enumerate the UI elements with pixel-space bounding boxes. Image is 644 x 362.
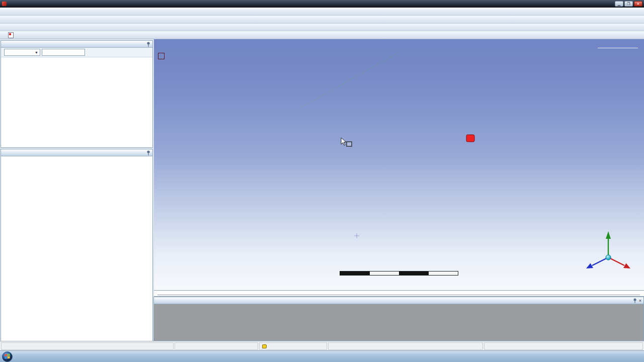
z-axis-arrow[interactable] — [586, 263, 593, 269]
messages-body[interactable] — [154, 311, 643, 341]
outline-tree — [1, 58, 152, 147]
status-cell-empty-2 — [175, 342, 258, 350]
details-panel — [1, 149, 153, 362]
pin-icon[interactable] — [146, 150, 150, 155]
named-selection-icon — [8, 32, 14, 38]
legend-entry — [158, 53, 168, 59]
start-button[interactable] — [2, 351, 13, 362]
named-selection-button[interactable] — [7, 32, 17, 39]
edge-highlight — [301, 52, 399, 108]
details-header — [1, 149, 152, 156]
mouse-cursor — [341, 138, 352, 146]
app-icon — [2, 2, 7, 6]
pin-icon[interactable] — [146, 42, 150, 47]
ansys-logo — [598, 47, 638, 49]
chevron-down-icon: ▼ — [35, 51, 38, 54]
orientation-triad[interactable] — [579, 224, 644, 287]
left-panel: ▼ — [0, 39, 153, 341]
message-bubble-icon — [262, 344, 267, 348]
status-selection — [328, 342, 483, 350]
geometry-viewport[interactable] — [154, 39, 644, 290]
rotation-center-cross — [354, 233, 359, 238]
menu-bar — [0, 8, 644, 16]
status-units — [484, 342, 643, 350]
triad-center[interactable] — [606, 255, 611, 260]
outline-header — [1, 41, 152, 48]
display-toolbar — [0, 16, 644, 24]
outline-filter-row: ▼ — [1, 48, 152, 57]
named-selection-toolbar — [0, 31, 644, 39]
edge-toolbar — [0, 24, 644, 31]
viewport-tab-bar — [154, 290, 644, 297]
status-messages[interactable] — [259, 342, 327, 350]
outline-panel: ▼ — [1, 40, 153, 148]
messages-column-headers — [154, 304, 643, 311]
messages-panel: × — [153, 297, 644, 341]
filter-text-input[interactable] — [42, 49, 85, 56]
x-axis-arrow[interactable] — [623, 263, 630, 269]
close-icon[interactable]: × — [639, 298, 641, 303]
title-bar: ▁ ❐ ✕ — [0, 0, 644, 8]
restore-button[interactable]: ❐ — [624, 1, 633, 7]
messages-header-buttons: × — [633, 298, 641, 303]
y-axis-arrow[interactable] — [606, 231, 611, 239]
filter-mode-select[interactable]: ▼ — [4, 49, 40, 56]
windows-taskbar — [0, 350, 644, 362]
model-cube[interactable] — [154, 39, 644, 290]
pin-icon[interactable] — [633, 298, 637, 303]
status-cell-empty-1 — [1, 342, 174, 350]
close-button[interactable]: ✕ — [634, 1, 642, 7]
minimize-button[interactable]: ▁ — [615, 1, 623, 7]
viewport-annotation — [158, 45, 168, 59]
status-bar — [0, 341, 644, 350]
messages-header: × — [154, 297, 643, 304]
selected-face-marker — [466, 135, 474, 142]
legend-color-swatch — [158, 53, 165, 59]
